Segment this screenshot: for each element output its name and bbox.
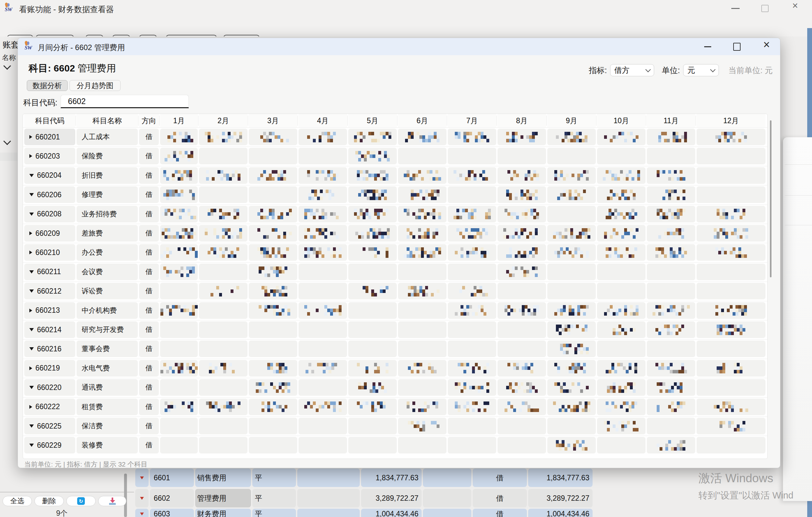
- subject-code-cell[interactable]: 660214: [24, 321, 75, 338]
- direction-cell: 借: [139, 167, 159, 184]
- subject-code-cell[interactable]: 660210: [24, 244, 75, 261]
- account-code[interactable]: 6602: [150, 489, 194, 508]
- direction[interactable]: 平: [252, 509, 296, 517]
- redacted-value-mosaic: [656, 228, 687, 239]
- table-vertical-scrollbar[interactable]: [769, 114, 773, 459]
- collapse-triangle-icon[interactable]: [29, 193, 34, 196]
- dialog-maximize-button[interactable]: [733, 43, 741, 51]
- subject-name-cell: 折旧费: [77, 167, 138, 184]
- collapse-triangle-icon[interactable]: [29, 270, 34, 273]
- table-row: 660220通讯费借: [23, 378, 767, 397]
- month-cell-7: [448, 167, 496, 184]
- redacted-value-mosaic: [163, 190, 195, 200]
- month-cell-1: [160, 418, 198, 434]
- redacted-value-mosaic: [604, 421, 638, 432]
- subject-code-cell[interactable]: 660204: [24, 167, 75, 184]
- account-code[interactable]: 6601: [150, 468, 194, 487]
- tab-data-analysis[interactable]: 数据分析: [27, 80, 68, 91]
- refresh-small-button[interactable]: ↻: [66, 496, 96, 506]
- account-name[interactable]: 管理费用: [195, 489, 251, 508]
- chevron-down-icon[interactable]: [3, 62, 11, 70]
- empty-cell[interactable]: [297, 509, 360, 517]
- subject-code-cell[interactable]: 660208: [24, 206, 75, 222]
- account-code[interactable]: 6603: [150, 509, 194, 517]
- expand-triangle-icon[interactable]: [29, 366, 32, 370]
- redacted-value-mosaic: [161, 247, 198, 258]
- collapse-triangle-icon[interactable]: [29, 347, 34, 350]
- expand-triangle-icon[interactable]: [29, 154, 32, 158]
- empty-cell[interactable]: [423, 489, 471, 508]
- balance-amount[interactable]: 1,004,434.46: [361, 509, 422, 517]
- collapse-triangle-icon[interactable]: [29, 174, 34, 177]
- subject-code-input[interactable]: 6602: [61, 95, 189, 108]
- direction[interactable]: 平: [252, 489, 296, 508]
- direction-2[interactable]: 借: [473, 489, 527, 508]
- expand-triangle-icon[interactable]: [29, 135, 32, 139]
- subject-code-cell[interactable]: 660203: [24, 148, 75, 164]
- expand-triangle-icon[interactable]: [29, 308, 32, 312]
- tab-monthly-trend[interactable]: 分月趋势图: [69, 80, 121, 91]
- row-expand-triangle[interactable]: [135, 509, 149, 517]
- subject-code-cell[interactable]: 660225: [24, 418, 75, 434]
- collapse-triangle-icon[interactable]: [29, 213, 34, 216]
- subject-code-cell[interactable]: 660206: [24, 186, 75, 203]
- empty-cell[interactable]: [297, 489, 360, 508]
- close-button[interactable]: ×: [792, 1, 798, 10]
- subject-code-cell[interactable]: 660209: [24, 225, 75, 242]
- collapse-triangle-icon[interactable]: [29, 386, 34, 389]
- month-cell-7: [448, 129, 496, 145]
- empty-cell[interactable]: [423, 509, 471, 517]
- subject-code-cell[interactable]: 660220: [24, 379, 75, 396]
- download-button[interactable]: [98, 496, 126, 506]
- direction-2[interactable]: 借: [473, 509, 527, 517]
- collapse-triangle-icon[interactable]: [29, 425, 34, 428]
- balance-amount-2[interactable]: 1,004,434.46: [528, 509, 592, 517]
- month-cell-1: [160, 167, 198, 184]
- balance-amount-2[interactable]: 3,289,722.27: [528, 489, 592, 508]
- month-cell-7: [448, 379, 496, 396]
- subject-code-cell[interactable]: 660216: [24, 341, 75, 357]
- subject-code-cell[interactable]: 660219: [24, 360, 75, 377]
- empty-cell[interactable]: [423, 468, 471, 487]
- subject-code-cell[interactable]: 660229: [24, 437, 75, 454]
- balance-amount[interactable]: 3,289,722.27: [361, 489, 422, 508]
- delete-button[interactable]: 删除: [34, 496, 64, 506]
- maximize-button[interactable]: [761, 5, 768, 12]
- minimize-button[interactable]: [731, 8, 740, 9]
- month-cell-7: [448, 186, 496, 203]
- subject-code-cell[interactable]: 660201: [24, 129, 75, 145]
- unit-select[interactable]: 元: [683, 64, 719, 76]
- select-all-button[interactable]: 全选: [3, 496, 32, 506]
- dialog-minimize-button[interactable]: [704, 46, 711, 47]
- month-cell-1: [160, 244, 198, 261]
- account-name[interactable]: 销售费用: [195, 468, 251, 487]
- subject-code-cell[interactable]: 660222: [24, 399, 75, 415]
- sidebar-selected-item[interactable]: [0, 153, 17, 161]
- empty-cell[interactable]: [297, 468, 360, 487]
- subject-code-cell[interactable]: 660213: [24, 302, 75, 319]
- expand-triangle-icon[interactable]: [29, 405, 32, 409]
- indicator-field: 指标: 借方 单位: 元 当前单位: 元: [589, 64, 773, 76]
- dialog-titlebar[interactable]: SW 月间分析 - 6602 管理费用 ×: [18, 38, 780, 55]
- chevron-down-icon[interactable]: [3, 137, 11, 145]
- row-expand-triangle[interactable]: [135, 489, 149, 508]
- collapse-triangle-icon[interactable]: [29, 328, 34, 331]
- list-scrollbar[interactable]: [124, 473, 127, 517]
- account-name[interactable]: 财务费用: [195, 509, 251, 517]
- redacted-value-mosaic: [506, 267, 538, 277]
- balance-amount-2[interactable]: 1,834,777.63: [528, 468, 592, 487]
- balance-amount[interactable]: 1,834,777.63: [361, 468, 422, 487]
- expand-triangle-icon[interactable]: [29, 250, 32, 254]
- dialog-close-button[interactable]: ×: [763, 40, 770, 50]
- indicator-select[interactable]: 借方: [610, 64, 654, 76]
- row-expand-triangle[interactable]: [135, 468, 149, 487]
- month-cell-12: [697, 437, 765, 454]
- collapse-triangle-icon[interactable]: [29, 443, 34, 447]
- direction[interactable]: 平: [252, 468, 296, 487]
- subject-code-cell[interactable]: 660212: [24, 283, 75, 299]
- month-cell-5: [348, 283, 397, 299]
- subject-code-cell[interactable]: 660211: [24, 264, 75, 280]
- expand-triangle-icon[interactable]: [29, 232, 32, 235]
- collapse-triangle-icon[interactable]: [29, 290, 34, 293]
- direction-2[interactable]: 借: [473, 468, 527, 487]
